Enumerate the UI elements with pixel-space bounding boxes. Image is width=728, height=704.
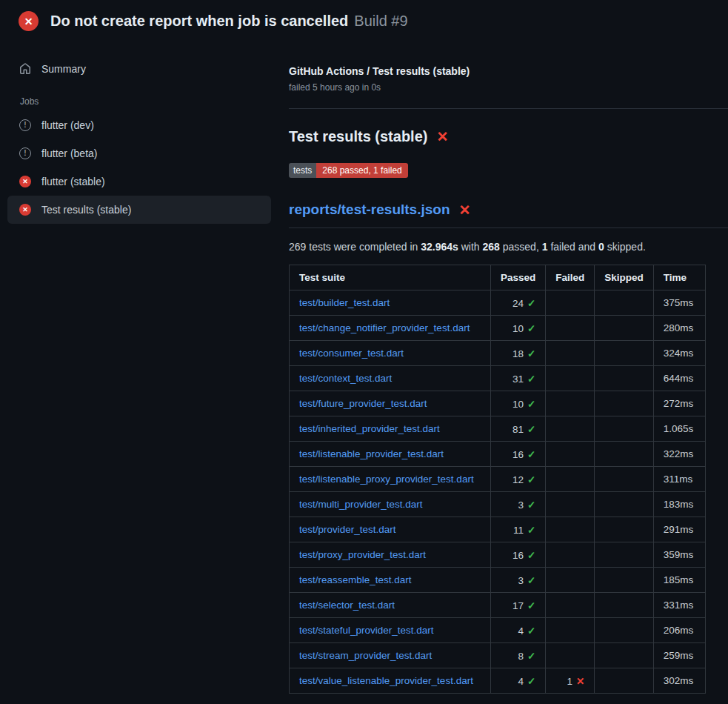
passed-count: 10 [512, 399, 524, 410]
table-row: test/provider_test.dart11✓291ms [290, 517, 706, 542]
failed-circle-icon: ✕ [19, 204, 31, 216]
test-suite-link[interactable]: test/selector_test.dart [299, 600, 395, 611]
failed-cell [546, 467, 595, 492]
sidebar-job-flutter-stable[interactable]: ✕flutter (stable) [7, 167, 271, 196]
test-suite-cell: test/context_test.dart [290, 366, 491, 391]
skipped-cell [595, 593, 654, 618]
test-suite-cell: test/reassemble_test.dart [290, 568, 491, 593]
test-suite-link[interactable]: test/value_listenable_provider_test.dart [299, 675, 473, 686]
time-cell: 280ms [653, 316, 705, 341]
summary-segment: 1 [542, 241, 548, 253]
test-suite-link[interactable]: test/proxy_provider_test.dart [299, 549, 426, 560]
test-suite-cell: test/stream_provider_test.dart [290, 643, 491, 668]
passed-count: 16 [512, 449, 524, 460]
failed-cell [546, 366, 595, 391]
column-header-test-suite: Test suite [290, 265, 491, 290]
table-row: test/listenable_provider_test.dart16✓322… [290, 442, 706, 467]
test-results-table: Test suite Passed Failed Skipped Time te… [289, 265, 706, 694]
passed-cell: 3✓ [491, 492, 546, 517]
passed-cell: 4✓ [491, 668, 546, 694]
passed-count: 11 [513, 525, 524, 536]
failed-cell [546, 442, 595, 467]
passed-count: 24 [512, 298, 524, 309]
test-suite-link[interactable]: test/stateful_provider_test.dart [299, 625, 434, 636]
sidebar-job-label: flutter (dev) [41, 119, 94, 131]
tests-badge-value: 268 passed, 1 failed [316, 163, 407, 178]
test-suite-link[interactable]: test/multi_provider_test.dart [299, 499, 423, 510]
test-suite-link[interactable]: test/inherited_provider_test.dart [299, 423, 440, 434]
test-suite-link[interactable]: test/context_test.dart [299, 373, 392, 384]
summary-segment: 32.964s [421, 241, 458, 253]
table-row: test/change_notifier_provider_test.dart1… [290, 316, 706, 341]
report-link[interactable]: reports/test-results.json [289, 202, 450, 218]
check-icon: ✓ [527, 676, 535, 687]
passed-cell: 3✓ [491, 568, 546, 593]
breadcrumb: GitHub Actions / Test results (stable) [289, 65, 728, 77]
time-cell: 322ms [653, 442, 705, 467]
failed-cell [546, 416, 595, 442]
time-cell: 183ms [653, 492, 705, 517]
column-header-failed: Failed [546, 265, 595, 290]
passed-cell: 81✓ [491, 416, 546, 442]
passed-cell: 17✓ [491, 593, 546, 618]
sidebar-job-flutter-beta[interactable]: !flutter (beta) [7, 139, 271, 167]
skipped-cell [595, 542, 654, 568]
test-suite-cell: test/stateful_provider_test.dart [290, 618, 491, 643]
test-suite-link[interactable]: test/future_provider_test.dart [299, 398, 427, 409]
skipped-cell [595, 416, 654, 442]
skipped-cell [595, 442, 654, 467]
summary-segment: passed, [500, 241, 542, 253]
table-row: test/inherited_provider_test.dart81✓1.06… [290, 416, 706, 442]
test-suite-link[interactable]: test/listenable_provider_test.dart [299, 448, 444, 459]
jobs-list: !flutter (dev)!flutter (beta)✕flutter (s… [7, 111, 271, 224]
test-suite-link[interactable]: test/stream_provider_test.dart [299, 650, 432, 661]
build-failed-icon: ✕ [19, 11, 39, 31]
passed-count: 16 [512, 550, 524, 561]
failed-cell [546, 618, 595, 643]
time-cell: 185ms [653, 568, 705, 593]
test-suite-link[interactable]: test/listenable_proxy_provider_test.dart [299, 474, 474, 485]
check-icon: ✓ [527, 424, 535, 435]
sidebar-job-label: flutter (stable) [41, 176, 105, 187]
test-suite-cell: test/listenable_provider_test.dart [290, 442, 491, 467]
check-icon: ✓ [527, 550, 535, 561]
table-row: test/stream_provider_test.dart8✓259ms [290, 643, 706, 668]
check-icon: ✓ [527, 499, 535, 511]
test-suite-link[interactable]: test/reassemble_test.dart [299, 574, 412, 585]
failed-x-icon: ✕ [459, 203, 471, 217]
passed-cell: 12✓ [491, 467, 546, 492]
failed-cell [546, 492, 595, 517]
table-row: test/context_test.dart31✓644ms [290, 366, 706, 391]
test-suite-link[interactable]: test/provider_test.dart [299, 524, 396, 535]
passed-cell: 16✓ [491, 442, 546, 467]
failed-x-icon: ✕ [436, 130, 448, 144]
sidebar-item-summary[interactable]: Summary [7, 55, 271, 83]
test-suite-link[interactable]: test/builder_test.dart [299, 297, 390, 308]
failed-cell [546, 643, 595, 668]
skipped-cell [595, 643, 654, 668]
test-suite-cell: test/proxy_provider_test.dart [290, 542, 491, 568]
sidebar-job-test-results-stable[interactable]: ✕Test results (stable) [7, 196, 271, 224]
table-header-row: Test suite Passed Failed Skipped Time [290, 265, 706, 290]
check-icon: ✓ [527, 651, 535, 662]
table-row: test/consumer_test.dart18✓324ms [290, 341, 706, 366]
test-suite-link[interactable]: test/change_notifier_provider_test.dart [299, 322, 470, 333]
passed-cell: 10✓ [491, 391, 546, 416]
tests-badge-label: tests [289, 163, 316, 178]
sidebar-job-label: Test results (stable) [41, 204, 131, 216]
skipped-cell [595, 316, 654, 341]
check-icon: ✓ [527, 373, 535, 385]
passed-cell: 18✓ [491, 341, 546, 366]
check-icon: ✓ [527, 600, 535, 611]
report-heading: reports/test-results.json ✕ [289, 202, 470, 218]
skipped-cell [595, 467, 654, 492]
failed-cell [546, 391, 595, 416]
skipped-cell [595, 517, 654, 542]
summary-segment: 269 tests were completed in [289, 241, 421, 253]
sidebar-job-flutter-dev[interactable]: !flutter (dev) [7, 111, 271, 139]
sidebar: Summary Jobs !flutter (dev)!flutter (bet… [0, 39, 289, 224]
column-header-passed: Passed [491, 265, 546, 290]
failed-cell [546, 593, 595, 618]
test-suite-cell: test/selector_test.dart [290, 593, 491, 618]
test-suite-link[interactable]: test/consumer_test.dart [299, 348, 404, 359]
